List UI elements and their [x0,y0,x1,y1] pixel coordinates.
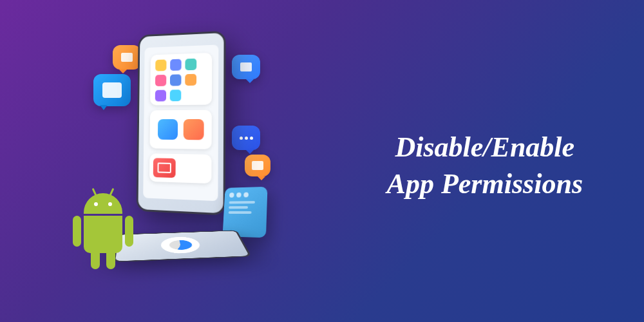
app-icon [185,59,196,70]
phone-screen [143,44,218,201]
chat-bubble-icon [232,126,260,150]
mail-icon [153,158,176,178]
app-icon [170,59,182,71]
page-title: Disable/Enable App Permissions [387,129,583,202]
folder-bubble-icon [113,45,141,70]
phone-foldable-base [113,230,252,262]
android-robot-icon [74,193,132,277]
app-icon [170,90,182,101]
progress-circle-icon [160,236,202,254]
app-icon [155,75,166,86]
app-row-widget [149,110,211,149]
wallet-bubble-icon [93,74,131,106]
app-tile-icon [183,119,204,140]
title-line-2: App Permissions [387,166,583,202]
title-line-1: Disable/Enable [387,129,583,166]
app-icon [155,90,166,102]
phone-body [137,31,226,216]
phone-illustration [45,19,303,303]
app-grid-widget [150,53,212,106]
folder-blue-bubble-icon [232,55,260,79]
folder-orange-bubble-icon [245,155,270,176]
app-icon [185,74,196,86]
app-icon [155,59,166,71]
app-tile-icon [157,119,177,140]
mail-widget [149,153,212,184]
app-icon [170,74,182,86]
